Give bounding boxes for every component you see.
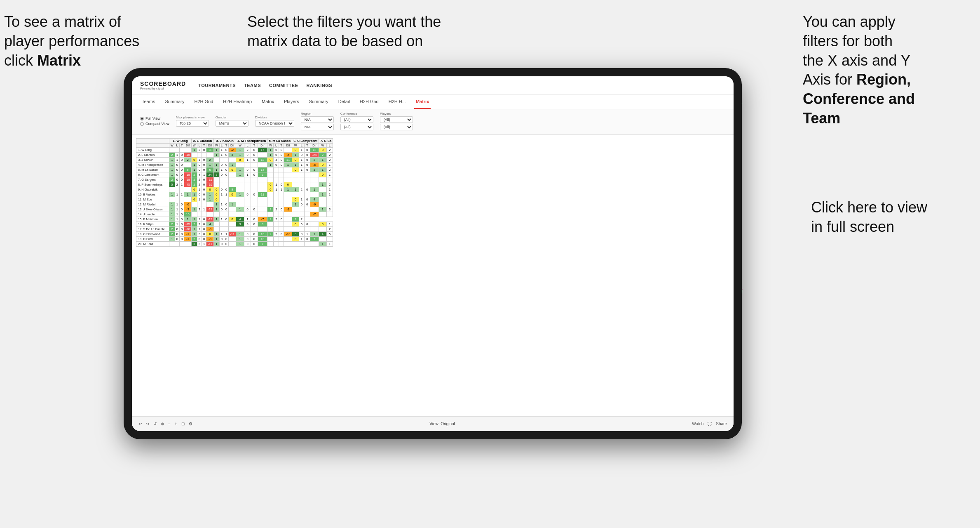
cell-8-23: 1 xyxy=(310,187,319,192)
sub-nav-h2h-grid2[interactable]: H2H Grid xyxy=(358,94,380,109)
cell-18-11 xyxy=(229,237,236,242)
cell-8-0 xyxy=(169,187,175,192)
max-players-select[interactable]: Top 25 xyxy=(176,120,209,127)
sub-nav-players[interactable]: Players xyxy=(282,94,301,109)
cell-1-3: -16 xyxy=(184,153,192,158)
cell-1-20: 1 xyxy=(292,153,299,158)
compact-view-radio[interactable]: Compact View xyxy=(140,122,169,126)
cell-0-17: 0 xyxy=(274,148,279,153)
cell-3-11: 1 xyxy=(229,163,236,167)
cell-0-18: 0 xyxy=(279,148,284,153)
sub-h-dif1: Dif xyxy=(184,144,192,148)
row-label-2: 3. J Koivun xyxy=(136,158,169,163)
cell-5-15: 6 xyxy=(258,172,267,177)
cell-1-10: 0 xyxy=(224,153,228,158)
conference-select1[interactable]: (All) xyxy=(340,116,373,123)
nav-teams[interactable]: TEAMS xyxy=(244,83,261,88)
cell-13-22 xyxy=(305,212,310,217)
cell-5-22 xyxy=(305,172,310,177)
cell-1-4 xyxy=(192,153,197,158)
cell-2-23: 3 xyxy=(310,158,319,163)
region-select1[interactable]: N/A xyxy=(301,116,334,123)
fit-btn[interactable]: ⊡ xyxy=(181,422,185,426)
undo-btn[interactable]: ↩ xyxy=(138,422,142,426)
nav-committee[interactable]: COMMITTEE xyxy=(269,83,298,88)
cell-9-19 xyxy=(284,192,292,197)
cell-1-11: 3 xyxy=(229,153,236,158)
players-select1[interactable]: (All) xyxy=(380,116,413,123)
cell-9-11: 0 xyxy=(229,192,236,197)
nav-rankings[interactable]: RANKINGS xyxy=(306,83,332,88)
sub-nav-h2h-grid[interactable]: H2H Grid xyxy=(192,94,215,109)
sub-nav-matrix1[interactable]: Matrix xyxy=(260,94,276,109)
cell-18-12: 1 xyxy=(236,237,244,242)
cell-10-16 xyxy=(267,197,274,202)
cell-17-24: 4 xyxy=(319,232,327,237)
gender-select[interactable]: Men's xyxy=(216,120,249,127)
zoom-out-btn[interactable]: − xyxy=(168,422,171,426)
cell-12-5: 2 xyxy=(197,207,202,212)
sub-nav-teams[interactable]: Teams xyxy=(140,94,157,109)
cursor-btn[interactable]: ⊕ xyxy=(161,422,164,426)
cell-15-8 xyxy=(214,222,220,227)
cell-1-23: -24 xyxy=(310,153,319,158)
zoom-in-btn[interactable]: + xyxy=(175,422,177,426)
sub-h-l7: L xyxy=(326,144,333,148)
cell-19-21 xyxy=(299,242,305,247)
cell-2-0: 1 xyxy=(169,158,175,163)
sub-h-dif4: Dif xyxy=(258,144,267,148)
sub-nav-matrix2[interactable]: Matrix xyxy=(414,94,431,109)
full-view-radio[interactable]: Full View xyxy=(140,116,169,120)
cell-6-0: 2 xyxy=(169,177,175,182)
annotation-bottom-right: Click here to view in full screen xyxy=(811,198,968,237)
cell-12-17: 2 xyxy=(274,207,279,212)
fullscreen-btn[interactable]: ⛶ xyxy=(708,422,712,426)
redo-btn[interactable]: ↪ xyxy=(146,422,149,426)
cell-15-18 xyxy=(279,222,284,227)
cell-15-5: 2 xyxy=(197,222,202,227)
cell-5-0: 1 xyxy=(169,172,175,177)
cell-8-21: 2 xyxy=(299,187,305,192)
cell-19-15: 7 xyxy=(258,242,267,247)
cell-17-14: 0 xyxy=(251,232,258,237)
cell-17-0: 2 xyxy=(169,232,175,237)
settings-btn[interactable]: ⚙ xyxy=(189,422,192,426)
share-btn[interactable]: Share xyxy=(716,422,727,426)
sub-h-t1: T xyxy=(179,144,184,148)
cell-6-17 xyxy=(274,177,279,182)
cell-9-24: 1 xyxy=(319,192,327,197)
cell-8-19: 1 xyxy=(284,187,292,192)
sub-nav-summary2[interactable]: Summary xyxy=(307,94,330,109)
division-select[interactable]: NCAA Division I xyxy=(255,120,294,127)
cell-19-17 xyxy=(274,242,279,247)
refresh-btn[interactable]: ↺ xyxy=(153,422,157,426)
cell-1-7 xyxy=(206,153,214,158)
cell-17-10: 1 xyxy=(224,232,228,237)
sub-nav-h2h-heatmap[interactable]: H2H Heatmap xyxy=(221,94,253,109)
nav-tournaments[interactable]: TOURNAMENTS xyxy=(198,83,236,88)
cell-6-23 xyxy=(310,177,319,182)
cell-12-21 xyxy=(299,207,305,212)
cell-11-14 xyxy=(251,202,258,207)
cell-14-0: 1 xyxy=(169,217,175,222)
scoreboard-logo: SCOREBOARD Powered by clippd xyxy=(140,80,186,90)
cell-11-5 xyxy=(197,202,202,207)
region-select2[interactable]: N/A xyxy=(301,124,334,130)
cell-19-3 xyxy=(184,242,192,247)
players-filter: Players (All) (All) xyxy=(380,112,413,130)
cell-4-10: 0 xyxy=(224,167,228,172)
sub-nav-summary1[interactable]: Summary xyxy=(163,94,186,109)
sub-header-empty xyxy=(136,144,169,148)
sub-nav-h2h-h2[interactable]: H2H H... xyxy=(387,94,408,109)
cell-3-2: 0 xyxy=(179,163,184,167)
cell-4-21: 1 xyxy=(299,167,305,172)
sub-h-l3: L xyxy=(219,144,224,148)
players-select2[interactable]: (All) xyxy=(380,124,413,130)
watch-btn[interactable]: Watch xyxy=(692,422,703,426)
conference-select2[interactable]: (All) xyxy=(340,124,373,130)
cell-18-6: 0 xyxy=(202,237,206,242)
cell-5-1: 0 xyxy=(175,172,179,177)
sub-nav-detail[interactable]: Detail xyxy=(337,94,352,109)
cell-14-12: 4 xyxy=(236,217,244,222)
cell-14-17: 2 xyxy=(274,217,279,222)
